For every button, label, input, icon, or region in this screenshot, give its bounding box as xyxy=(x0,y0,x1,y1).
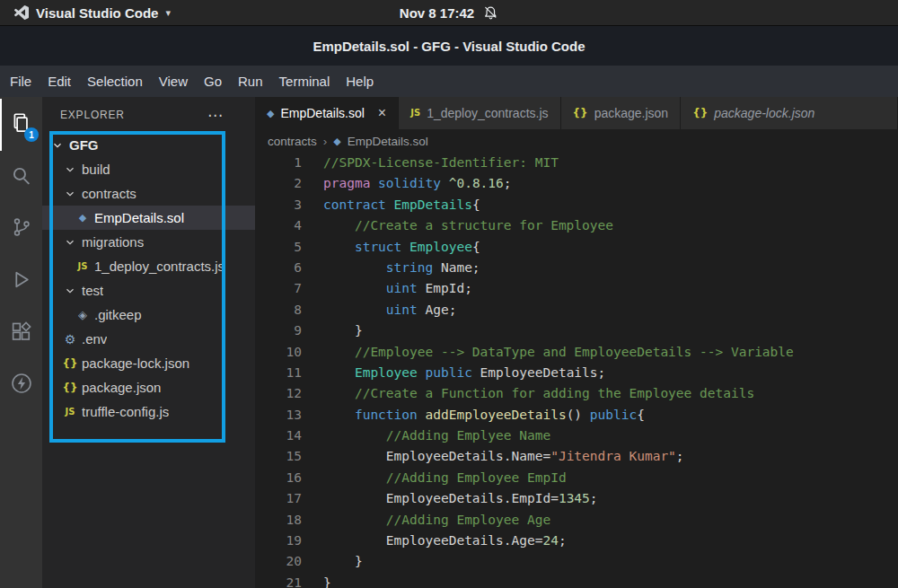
activity-lightning[interactable] xyxy=(0,359,42,411)
tab-label: EmpDetails.sol xyxy=(280,106,364,120)
menu-view[interactable]: View xyxy=(151,66,196,97)
code-line-6[interactable]: string Name; xyxy=(323,258,794,278)
line-number: 10 xyxy=(255,342,302,363)
tab-package-json[interactable]: {}package.json xyxy=(561,97,682,129)
system-clock[interactable]: Nov 8 17:42 xyxy=(400,5,474,21)
code-line-7[interactable]: uint EmpId; xyxy=(323,278,794,299)
code-line-9[interactable]: } xyxy=(323,320,794,341)
line-number: 6 xyxy=(255,258,302,278)
tab-label: 1_deploy_contracts.js xyxy=(427,106,548,120)
code-line-19[interactable]: EmployeeDetails.Age=24; xyxy=(323,531,794,551)
close-icon[interactable]: × xyxy=(378,105,386,121)
code-line-5[interactable]: struct Employee{ xyxy=(323,237,794,258)
activity-run-debug[interactable] xyxy=(0,255,42,307)
tree-item-label: 1_deploy_contracts.js xyxy=(94,259,224,274)
tree-item-gfg[interactable]: GFG xyxy=(42,133,255,157)
tab-package-lock-json[interactable]: {}package-lock.json xyxy=(681,97,898,129)
tab-empdetails-sol[interactable]: ◆EmpDetails.sol× xyxy=(255,97,399,129)
code-line-10[interactable]: //Employee --> DataType and EmployeeDeta… xyxy=(323,342,794,363)
json-file-icon: {} xyxy=(573,108,588,118)
app-indicator-menu[interactable]: Visual Studio Code ▾ xyxy=(0,5,171,21)
git-file-icon: ◈ xyxy=(75,309,91,320)
line-number: 3 xyxy=(255,195,302,215)
line-number: 12 xyxy=(255,383,302,404)
tree-item-env[interactable]: ⚙.env xyxy=(42,327,255,351)
menu-edit[interactable]: Edit xyxy=(40,66,79,97)
tree-item-contracts[interactable]: contracts xyxy=(42,181,255,206)
code-line-3[interactable]: contract EmpDetails{ xyxy=(323,195,794,215)
tree-item-package-lock-json[interactable]: {}package-lock.json xyxy=(42,351,255,375)
js-file-icon: JS xyxy=(75,262,91,271)
system-top-bar: Visual Studio Code ▾ Nov 8 17:42 xyxy=(0,0,898,26)
breadcrumb: contracts › ◆ EmpDetails.sol xyxy=(255,129,898,153)
menu-help[interactable]: Help xyxy=(338,66,382,97)
tab-label: package.json xyxy=(594,106,669,120)
chevron-down-icon xyxy=(62,285,78,297)
line-number: 19 xyxy=(255,531,302,551)
more-actions-icon[interactable]: ⋯ xyxy=(207,106,223,125)
code-line-17[interactable]: EmployeeDetails.EmpId=1345; xyxy=(323,488,794,509)
line-number: 18 xyxy=(255,510,302,531)
activity-search[interactable] xyxy=(0,151,42,203)
code-line-4[interactable]: //Create a structure for Employee xyxy=(323,215,794,236)
code-line-1[interactable]: //SPDX-License-Identifier: MIT xyxy=(323,153,794,173)
tree-item-gitkeep[interactable]: ◈.gitkeep xyxy=(42,303,255,327)
line-number: 1 xyxy=(255,153,302,173)
tab-1-deploy-contracts-js[interactable]: JS1_deploy_contracts.js xyxy=(399,97,560,129)
tree-item-label: GFG xyxy=(69,137,99,153)
line-number: 15 xyxy=(255,446,302,467)
activity-explorer[interactable]: 1 xyxy=(0,99,42,151)
code-line-20[interactable]: } xyxy=(323,551,794,572)
tree-item-migrations[interactable]: migrations xyxy=(42,230,255,254)
tree-item-empdetails-sol[interactable]: ◆EmpDetails.sol xyxy=(42,206,255,230)
menu-go[interactable]: Go xyxy=(196,66,230,97)
activity-extensions[interactable] xyxy=(0,307,42,359)
code-line-18[interactable]: //Adding Employee Age xyxy=(323,510,794,531)
tree-item-label: test xyxy=(82,283,103,298)
tree-item-1-deploy-contracts-js[interactable]: JS1_deploy_contracts.js xyxy=(42,254,255,278)
line-number: 7 xyxy=(255,278,302,299)
editor-area: ◆EmpDetails.sol×JS1_deploy_contracts.js{… xyxy=(255,97,898,588)
activity-bar: 1 xyxy=(0,97,42,588)
tree-item-build[interactable]: build xyxy=(42,157,255,181)
menu-terminal[interactable]: Terminal xyxy=(271,66,339,97)
code-line-21[interactable]: } xyxy=(323,573,794,588)
code-line-2[interactable]: pragma solidity ^0.8.16; xyxy=(323,173,794,194)
code-line-11[interactable]: Employee public EmployeeDetails; xyxy=(323,363,794,383)
line-number: 11 xyxy=(255,363,302,383)
vscode-logo-icon xyxy=(14,5,29,20)
tree-item-label: package.json xyxy=(82,380,161,395)
tree-item-test[interactable]: test xyxy=(42,278,255,303)
code-line-14[interactable]: //Adding Emplyee Name xyxy=(323,426,794,446)
line-number: 4 xyxy=(255,215,302,236)
tree-item-label: build xyxy=(82,162,110,177)
activity-source-control[interactable] xyxy=(0,203,42,255)
menu-run[interactable]: Run xyxy=(230,66,271,97)
tab-label: package-lock.json xyxy=(714,106,814,120)
tree-item-label: .env xyxy=(82,331,107,347)
code-editor[interactable]: 123456789101112131415161718192021 //SPDX… xyxy=(255,153,898,588)
breadcrumb-file[interactable]: EmpDetails.sol xyxy=(348,135,428,148)
code-line-16[interactable]: //Adding Employee EmpId xyxy=(323,468,794,488)
tree-item-label: truffle-config.js xyxy=(82,404,169,419)
menu-file[interactable]: File xyxy=(2,66,40,97)
code-line-15[interactable]: EmployeeDetails.Name="Jitendra Kumar"; xyxy=(323,446,794,467)
line-number: 13 xyxy=(255,405,302,426)
tree-item-label: .gitkeep xyxy=(94,307,142,322)
code-line-12[interactable]: //Create a Function for adding the Emplo… xyxy=(323,383,794,404)
code-line-13[interactable]: function addEmployeeDetails() public{ xyxy=(323,405,794,426)
tree-item-label: EmpDetails.sol xyxy=(94,210,184,225)
chevron-down-icon xyxy=(62,236,78,249)
line-number: 16 xyxy=(255,468,302,488)
breadcrumb-folder[interactable]: contracts xyxy=(268,135,317,148)
tree-item-package-json[interactable]: {}package.json xyxy=(42,375,255,399)
tree-item-truffle-config-js[interactable]: JStruffle-config.js xyxy=(42,399,255,424)
code-line-8[interactable]: uint Age; xyxy=(323,300,794,320)
search-icon xyxy=(10,164,32,190)
system-clock-area[interactable]: Nov 8 17:42 xyxy=(400,0,498,25)
sidebar-title: EXPLORER xyxy=(60,109,125,121)
chevron-down-icon xyxy=(49,139,66,152)
menu-selection[interactable]: Selection xyxy=(79,66,151,97)
json-file-icon: {} xyxy=(62,382,78,393)
line-number: 5 xyxy=(255,237,302,258)
